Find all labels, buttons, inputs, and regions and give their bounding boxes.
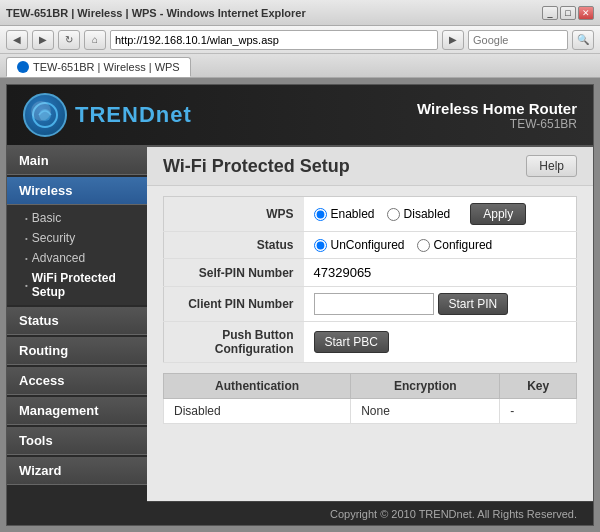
self-pin-label: Self-PIN Number: [164, 259, 304, 287]
sidebar-section-access: Access: [7, 367, 147, 395]
sidebar-sub-label-advanced: Advanced: [32, 251, 85, 265]
unconfigured-radio-label[interactable]: UnConfigured: [314, 238, 405, 252]
footer-text: Copyright © 2010 TRENDnet. All Rights Re…: [330, 508, 577, 520]
search-button[interactable]: 🔍: [572, 30, 594, 50]
sidebar-item-management[interactable]: Management: [7, 397, 147, 425]
main-content: TRENDnet Wireless Home Router TEW-651BR …: [0, 78, 600, 532]
sidebar-section-main: Main: [7, 147, 147, 175]
config-table: WPS Enabled Disabled: [163, 196, 577, 363]
sidebar-section-wireless: Wireless • Basic • Security • Advanced: [7, 177, 147, 305]
sidebar-sub-label-security: Security: [32, 231, 75, 245]
auth-value: Disabled: [164, 399, 351, 424]
panel-content: WPS Enabled Disabled: [147, 186, 593, 501]
sidebar-sub-item-security[interactable]: • Security: [7, 228, 147, 248]
logo-icon: [23, 93, 67, 137]
tab-active[interactable]: TEW-651BR | Wireless | WPS: [6, 57, 191, 77]
sidebar-item-wireless[interactable]: Wireless: [7, 177, 147, 205]
sidebar-item-wizard[interactable]: Wizard: [7, 457, 147, 485]
tab-label: TEW-651BR | Wireless | WPS: [33, 61, 180, 73]
logo-text-normal: TREND: [75, 102, 156, 127]
enabled-radio-label[interactable]: Enabled: [314, 207, 375, 221]
search-bar[interactable]: [468, 30, 568, 50]
bullet-icon: •: [25, 234, 28, 243]
sidebar-section-tools: Tools: [7, 427, 147, 455]
disabled-label: Disabled: [404, 207, 451, 221]
browser-titlebar: TEW-651BR | Wireless | WPS - Windows Int…: [0, 0, 600, 26]
enc-value: None: [351, 399, 500, 424]
start-pbc-button[interactable]: Start PBC: [314, 331, 389, 353]
panel-title: Wi-Fi Protected Setup: [163, 156, 350, 177]
unconfigured-radio[interactable]: [314, 239, 327, 252]
wps-disabled-radio[interactable]: [387, 208, 400, 221]
configured-radio-label[interactable]: Configured: [417, 238, 493, 252]
sidebar-item-main[interactable]: Main: [7, 147, 147, 175]
router-header: TRENDnet Wireless Home Router TEW-651BR: [7, 85, 593, 147]
wps-row: WPS Enabled Disabled: [164, 197, 577, 232]
sidebar-sub-item-wps[interactable]: • WiFi Protected Setup: [7, 268, 147, 302]
status-row: Status UnConfigured Configure: [164, 232, 577, 259]
client-pin-input[interactable]: [314, 293, 434, 315]
tabs-bar: TEW-651BR | Wireless | WPS: [0, 54, 600, 78]
disabled-radio-label[interactable]: Disabled: [387, 207, 451, 221]
status-label: Status: [164, 232, 304, 259]
apply-button[interactable]: Apply: [470, 203, 526, 225]
table-row: Disabled None -: [164, 399, 577, 424]
sidebar-section-wizard: Wizard: [7, 457, 147, 485]
home-button[interactable]: ⌂: [84, 30, 106, 50]
configured-label: Configured: [434, 238, 493, 252]
panel-title-bar: Wi-Fi Protected Setup Help: [147, 147, 593, 186]
status-radio-group: UnConfigured Configured: [314, 238, 567, 252]
client-pin-controls: Start PIN: [304, 287, 577, 322]
forward-button[interactable]: ▶: [32, 30, 54, 50]
sidebar-section-routing: Routing: [7, 337, 147, 365]
client-pin-group: Start PIN: [314, 293, 567, 315]
sidebar: Main Wireless • Basic • Security: [7, 147, 147, 525]
bullet-icon: •: [25, 214, 28, 223]
refresh-button[interactable]: ↻: [58, 30, 80, 50]
sidebar-sub-label-basic: Basic: [32, 211, 61, 225]
sidebar-sub-label-wps: WiFi Protected Setup: [32, 271, 135, 299]
trendnet-logo: TRENDnet: [23, 93, 192, 137]
navigation-bar: ◀ ▶ ↻ ⌂ ▶ 🔍: [0, 26, 600, 54]
key-header: Key: [500, 374, 577, 399]
wps-label: WPS: [164, 197, 304, 232]
window-controls: _ □ ✕: [542, 6, 594, 20]
sidebar-sub-item-basic[interactable]: • Basic: [7, 208, 147, 228]
maximize-button[interactable]: □: [560, 6, 576, 20]
self-pin-value: 47329065: [304, 259, 577, 287]
status-controls: UnConfigured Configured: [304, 232, 577, 259]
wps-enabled-radio[interactable]: [314, 208, 327, 221]
logo-text: TRENDnet: [75, 102, 192, 128]
product-name: Wireless Home Router: [417, 100, 577, 117]
sidebar-item-routing[interactable]: Routing: [7, 337, 147, 365]
start-pin-button[interactable]: Start PIN: [438, 293, 509, 315]
enc-header: Encryption: [351, 374, 500, 399]
auth-header: Authentication: [164, 374, 351, 399]
info-table-header-row: Authentication Encryption Key: [164, 374, 577, 399]
sidebar-item-access[interactable]: Access: [7, 367, 147, 395]
browser-title: TEW-651BR | Wireless | WPS - Windows Int…: [6, 7, 306, 19]
sidebar-sub-wireless: • Basic • Security • Advanced •: [7, 205, 147, 305]
address-bar[interactable]: [110, 30, 438, 50]
sidebar-sub-item-advanced[interactable]: • Advanced: [7, 248, 147, 268]
wps-radio-group: Enabled Disabled Apply: [314, 203, 567, 225]
unconfigured-label: UnConfigured: [331, 238, 405, 252]
router-body: Main Wireless • Basic • Security: [7, 147, 593, 525]
logo-text-accent: net: [156, 102, 192, 127]
sidebar-item-tools[interactable]: Tools: [7, 427, 147, 455]
close-button[interactable]: ✕: [578, 6, 594, 20]
go-button[interactable]: ▶: [442, 30, 464, 50]
wps-controls: Enabled Disabled Apply: [304, 197, 577, 232]
help-button[interactable]: Help: [526, 155, 577, 177]
minimize-button[interactable]: _: [542, 6, 558, 20]
push-button-controls: Start PBC: [304, 322, 577, 363]
sidebar-item-status[interactable]: Status: [7, 307, 147, 335]
self-pin-row: Self-PIN Number 47329065: [164, 259, 577, 287]
back-button[interactable]: ◀: [6, 30, 28, 50]
info-table: Authentication Encryption Key Disabled N…: [163, 373, 577, 424]
client-pin-row: Client PIN Number Start PIN: [164, 287, 577, 322]
svg-point-0: [33, 103, 57, 127]
configured-radio[interactable]: [417, 239, 430, 252]
client-pin-label: Client PIN Number: [164, 287, 304, 322]
sidebar-section-status: Status: [7, 307, 147, 335]
